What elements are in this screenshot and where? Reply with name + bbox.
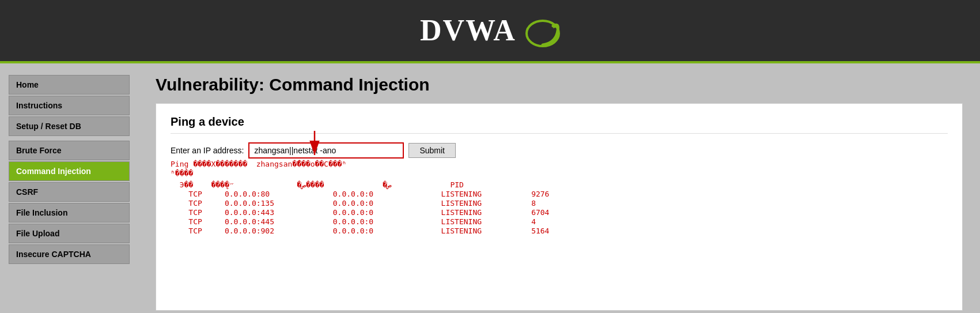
sidebar: Home Instructions Setup / Reset DB Brute…	[0, 63, 138, 313]
output-line-1: Ping ����X������� zhangsan��҃��ο��С���ʱ	[171, 160, 948, 168]
netstat-rows: TCP 0.0.0.0:80 0.0.0.0:0 LISTENING 9276 …	[171, 190, 948, 235]
table-row: TCP 0.0.0.0:80 0.0.0.0:0 LISTENING 9276	[171, 190, 948, 198]
sidebar-item-command-injection[interactable]: Command Injection	[9, 161, 130, 181]
sidebar-item-instructions[interactable]: Instructions	[9, 96, 130, 115]
table-header: Э�� ����ص� ����ص� ״̬ PID	[171, 180, 948, 189]
sidebar-item-home[interactable]: Home	[9, 75, 130, 95]
ping-form: Enter an IP address: Submit	[171, 142, 948, 159]
header: DVWA	[0, 0, 980, 63]
ip-input[interactable]	[248, 142, 404, 159]
sidebar-item-setup[interactable]: Setup / Reset DB	[9, 116, 130, 136]
page-title: Vulnerability: Command Injection	[156, 75, 963, 95]
logo-text: DVWA	[420, 14, 514, 47]
submit-button[interactable]: Submit	[408, 143, 456, 158]
sidebar-item-insecure-captcha[interactable]: Insecure CAPTCHA	[9, 244, 130, 264]
output-table: Э�� ����ص� ����ص� ״̬ PID TCP 0.0.0.0:80 …	[171, 180, 948, 235]
form-label: Enter an IP address:	[171, 146, 244, 155]
main-card: Ping a device Enter an IP address: Submi…	[156, 103, 963, 311]
main-layout: Home Instructions Setup / Reset DB Brute…	[0, 63, 980, 313]
sidebar-item-file-inclusion[interactable]: File Inclusion	[9, 203, 130, 223]
sidebar-item-brute-force[interactable]: Brute Force	[9, 141, 130, 160]
sidebar-item-csrf[interactable]: CSRF	[9, 182, 130, 202]
dvwa-logo: DVWA	[420, 13, 560, 48]
content: Vulnerability: Command Injection Ping a …	[138, 63, 980, 313]
sidebar-item-file-upload[interactable]: File Upload	[9, 224, 130, 243]
logo-swirl	[525, 19, 560, 48]
table-row: TCP 0.0.0.0:445 0.0.0.0:0 LISTENING 4	[171, 217, 948, 226]
table-row: TCP 0.0.0.0:135 0.0.0.0:0 LISTENING 8	[171, 199, 948, 208]
output-line-2: ʱ����	[171, 169, 948, 178]
card-title: Ping a device	[171, 115, 948, 134]
table-row: TCP 0.0.0.0:902 0.0.0.0:0 LISTENING 5164	[171, 227, 948, 235]
output-area: Ping ����X������� zhangsan��҃��ο��С���ʱ …	[171, 160, 948, 235]
table-row: TCP 0.0.0.0:443 0.0.0.0:0 LISTENING 6704	[171, 208, 948, 217]
